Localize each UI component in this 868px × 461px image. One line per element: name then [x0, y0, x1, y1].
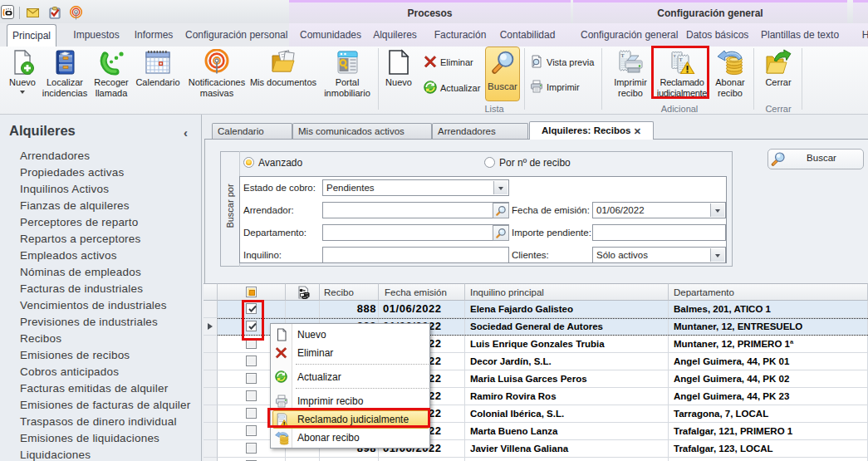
svg-text:T: T	[621, 53, 625, 58]
